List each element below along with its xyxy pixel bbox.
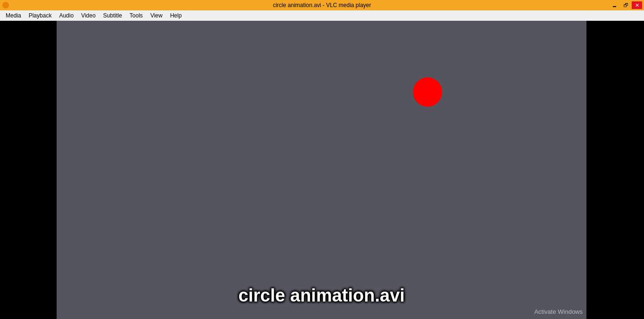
video-content[interactable]: circle animation.avi Activate Windows xyxy=(57,21,586,319)
menu-view[interactable]: View xyxy=(147,11,167,20)
activate-windows-watermark: Activate Windows xyxy=(534,308,583,315)
vlc-logo xyxy=(2,2,9,8)
menu-subtitle[interactable]: Subtitle xyxy=(100,11,126,20)
app-icon xyxy=(2,1,9,9)
subtitle-overlay: circle animation.avi xyxy=(238,285,405,306)
menu-playback[interactable]: Playback xyxy=(25,11,56,20)
menu-tools[interactable]: Tools xyxy=(126,11,147,20)
video-area: circle animation.avi Activate Windows xyxy=(0,21,644,319)
window-title: circle animation.avi - VLC media player xyxy=(273,2,371,8)
restore-button[interactable]: 🗗 xyxy=(620,1,631,9)
window-controls: 🗕 🗗 ✕ xyxy=(609,1,642,9)
close-button[interactable]: ✕ xyxy=(632,1,642,9)
minimize-button[interactable]: 🗕 xyxy=(609,1,619,9)
menu-audio[interactable]: Audio xyxy=(55,11,77,20)
menu-bar: Media Playback Audio Video Subtitle Tool… xyxy=(0,10,644,21)
black-bar-left xyxy=(0,21,57,319)
menu-help[interactable]: Help xyxy=(166,11,185,20)
black-bar-right xyxy=(586,21,644,319)
menu-video[interactable]: Video xyxy=(77,11,99,20)
title-bar: circle animation.avi - VLC media player … xyxy=(0,0,644,10)
menu-media[interactable]: Media xyxy=(2,11,25,20)
red-circle xyxy=(413,77,442,107)
